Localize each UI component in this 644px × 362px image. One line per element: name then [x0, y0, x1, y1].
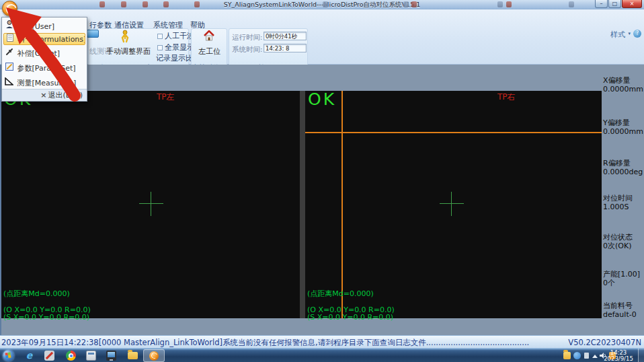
metric-align-time: 对位时间 1.000S	[603, 194, 643, 211]
checkbox-label[interactable]: 全景显示	[165, 43, 194, 52]
file-explorer-icon[interactable]	[128, 352, 138, 359]
titlebar-artifact-icon	[497, 1, 503, 7]
metric-value: 0.0000deg	[603, 168, 643, 176]
user-icon	[3, 20, 15, 32]
tray-status-icon[interactable]	[584, 353, 589, 359]
sys-time-label: 系统时间:	[232, 45, 263, 55]
app-orb-button[interactable]	[2, 1, 17, 16]
s-readout-left: (S X=0.0 Y=0.0 R=0.0)	[3, 313, 89, 322]
metric-label: 产能[1.00]	[603, 270, 643, 279]
menu-item-label: 参数[Param Set]	[17, 64, 76, 73]
tray-update-icon[interactable]	[573, 352, 581, 359]
menu-item-label: 料号[Formulations]	[18, 35, 86, 44]
crosshair-icon	[440, 192, 464, 216]
chrome-icon[interactable]	[66, 351, 76, 361]
calculator-icon[interactable]	[86, 351, 96, 361]
metric-value: default-0	[603, 310, 643, 319]
document-icon	[4, 34, 15, 45]
internet-explorer-icon[interactable]: e	[24, 351, 34, 361]
manual-adjust-button[interactable]: 手动调整界面	[106, 46, 151, 57]
menu-item-param[interactable]: 参数[Param Set]	[3, 63, 85, 75]
camera-panel-left: TP左 OK (点距离Md=0.000) (O X=0.0 Y=0.0 R=0.…	[1, 91, 300, 318]
checkbox-full-view[interactable]: 全景显示	[157, 42, 194, 52]
metric-value: 0.0000mm	[603, 127, 643, 136]
clock-date: 2023/9/15	[601, 356, 636, 362]
wrench-icon	[3, 48, 15, 60]
metric-y-offset: Y偏移量 0.0000mm	[603, 118, 643, 136]
chevron-down-icon[interactable]: ▾	[628, 31, 631, 36]
menu-item-label: 补偿[Offset]	[17, 49, 61, 58]
active-app-taskbar-button[interactable]	[143, 349, 165, 362]
titlebar-artifact-icon	[163, 1, 169, 7]
titlebar-artifact-icon	[411, 1, 417, 7]
microdistpro-app-icon	[149, 351, 159, 361]
style-button[interactable]: 样式	[610, 30, 625, 40]
metric-current-part: 当前料号 default-0	[603, 301, 643, 319]
left-station-button[interactable]: 左工位	[198, 46, 220, 57]
titlebar-artifact-icon	[194, 1, 200, 7]
version-label: V50.2C20230407N	[568, 338, 641, 347]
metric-label: 对位状态	[603, 233, 643, 242]
titlebar-artifact-icon	[121, 1, 126, 7]
metric-value: 1.000S	[603, 203, 643, 211]
sys-time-field: 14:23: 8	[264, 44, 307, 52]
s-readout-right: (S X=0.0 Y=0.0 R=0.0)	[307, 313, 393, 322]
tray-expand-icon[interactable]	[592, 355, 598, 358]
close-button[interactable]: ×	[622, 0, 642, 8]
tp-right-label: TP右	[497, 92, 516, 103]
app-menu-dropdown: 用户[User] 料号[Formulations] 补偿[Offset] 参数[…	[1, 17, 87, 102]
alignment-line-horizontal	[305, 132, 602, 133]
ribbon: 行参数 通信设置 系统管理 帮助 样式 ▾ ? 视图[Ctrl+F/f全屏显示]…	[0, 9, 644, 65]
measure-triangle-icon	[3, 77, 15, 89]
titlebar-artifact-icon	[506, 1, 512, 7]
menu-item-offset[interactable]: 补偿[Offset]	[3, 48, 85, 60]
menu-item-label: 用户[User]	[17, 22, 55, 31]
run-time-label: 运行时间:	[232, 33, 263, 42]
menu-item-measuring[interactable]: 测量[Measuring]	[3, 77, 85, 89]
titlebar-artifact-icon	[143, 1, 148, 7]
checkbox-label[interactable]: 人工干涉	[165, 32, 194, 40]
camera-icon[interactable]	[87, 30, 99, 38]
status-message: 2023年09月15日14:22:38[0000 MasterAlign_Lin…	[1, 338, 529, 348]
metric-value: 0个	[603, 279, 643, 287]
menu-item-formulations[interactable]: 料号[Formulations]	[3, 33, 85, 45]
titlebar-artifact-icon	[323, 1, 328, 7]
panel-divider	[300, 91, 305, 318]
camera-panel-right: TP右 OK (点距离Md=0.000) (O X=0.0 Y=0.0 R=0.…	[305, 91, 602, 318]
run-time-field: 0时0分41秒	[264, 32, 307, 40]
metric-label: Y偏移量	[603, 118, 643, 127]
menu-item-user[interactable]: 用户[User]	[3, 20, 85, 32]
metric-align-status: 对位状态 0次(OK)	[603, 233, 643, 250]
maximize-button[interactable]: □	[608, 0, 621, 8]
help-icon[interactable]: ?	[633, 30, 641, 38]
minimize-button[interactable]: –	[595, 0, 608, 8]
disabled-device-icon[interactable]	[44, 351, 54, 361]
titlebar-artifact-icon	[99, 1, 105, 7]
crosshair-icon	[139, 192, 163, 216]
checkbox-manual-intervention[interactable]: 人工干涉	[157, 31, 194, 41]
taskbar: e 14:23 2023/9/15	[0, 348, 644, 362]
param-edit-icon	[3, 63, 15, 75]
show-desktop-button[interactable]	[638, 349, 644, 362]
application-window: SY_AliagnSystemLinkToWorld---MicroDistPr…	[0, 0, 644, 362]
metric-value: 0次(OK)	[603, 242, 643, 250]
exit-label: 退出(Exit)	[48, 91, 83, 100]
status-bar: 2023年09月15日14:22:38[0000 MasterAlign_Lin…	[0, 335, 644, 348]
alignment-line-vertical	[341, 91, 343, 318]
checkbox-icon[interactable]	[157, 34, 163, 39]
checkbox-icon[interactable]	[157, 45, 163, 50]
metric-x-offset: X偏移量 0.0000mm	[603, 76, 643, 94]
menu-item-exit[interactable]: ×退出(Exit)	[2, 89, 87, 101]
tray-folder-icon[interactable]	[563, 352, 571, 359]
title-bar: SY_AliagnSystemLinkToWorld---MicroDistPr…	[0, 0, 644, 9]
metric-label: R偏移量	[603, 159, 643, 168]
taskbar-clock[interactable]: 14:23 2023/9/15	[601, 350, 636, 362]
menu-item-label: 测量[Measuring]	[17, 79, 77, 87]
computer-icon[interactable]	[106, 351, 116, 361]
start-button[interactable]	[3, 350, 14, 361]
distance-readout-left: (点距离Md=0.000)	[3, 289, 70, 299]
window-title: SY_AliagnSystemLinkToWorld---MicroDistPr…	[0, 1, 644, 9]
metric-label: 对位时间	[603, 194, 643, 203]
distance-readout-right: (点距离Md=0.000)	[307, 289, 374, 299]
titlebar-artifact-icon	[569, 1, 574, 7]
